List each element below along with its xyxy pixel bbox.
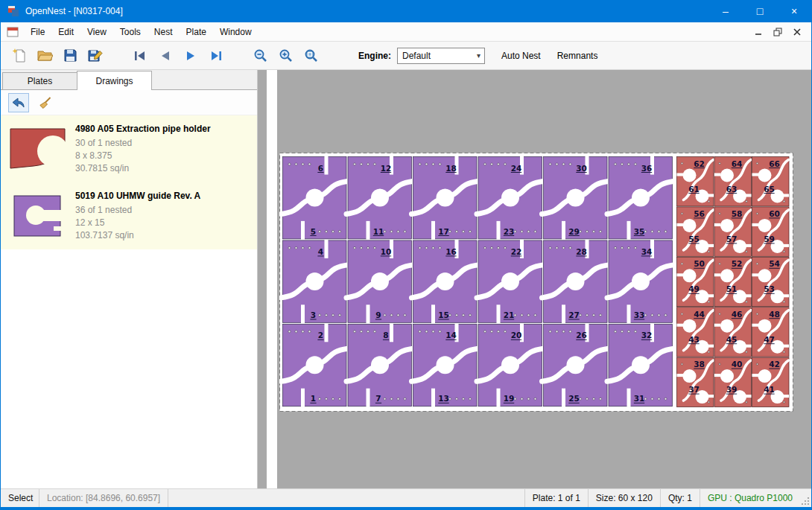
nested-pair-uhmw-guide[interactable]: 1413: [412, 323, 478, 407]
tab-plates[interactable]: Plates: [2, 72, 77, 89]
nested-pair-uhmw-guide[interactable]: 3635: [607, 156, 673, 240]
title-bar[interactable]: OpenNest - [N0317-004] – □ ×: [1, 0, 811, 22]
nest-part-number: 37: [688, 385, 700, 394]
nest-plate-svg[interactable]: 6512111817242330293635431091615222128273…: [279, 153, 793, 412]
drawing-item[interactable]: 5019 A10 UHMW guide Rev. A 36 of 1 neste…: [1, 182, 257, 249]
clean-broom-button[interactable]: [35, 93, 56, 112]
nested-pair-uhmw-guide[interactable]: 109: [346, 240, 413, 323]
nest-part-number: 5: [311, 227, 316, 236]
menu-item-edit[interactable]: Edit: [51, 24, 80, 40]
nest-part-number: 27: [568, 310, 580, 319]
save-as-icon[interactable]: [83, 45, 108, 67]
nest-part-number: 13: [438, 394, 449, 403]
nested-pair-pipe-holder[interactable]: 6665: [752, 157, 790, 206]
import-arrow-button[interactable]: [8, 93, 29, 112]
nav-last-icon[interactable]: [203, 45, 229, 67]
menu-item-file[interactable]: File: [24, 24, 51, 40]
zoom-fit-icon[interactable]: [299, 45, 324, 67]
panel-splitter[interactable]: [267, 70, 277, 488]
nest-part-number: 66: [769, 159, 780, 168]
nested-pair-uhmw-guide[interactable]: 87: [346, 323, 413, 407]
nest-part-number: 11: [373, 227, 384, 236]
nested-pair-uhmw-guide[interactable]: 2625: [542, 323, 609, 407]
mdi-restore-icon[interactable]: [770, 25, 786, 39]
nest-part-number: 14: [445, 331, 457, 340]
nested-pair-uhmw-guide[interactable]: 2827: [542, 240, 609, 323]
nested-pair-uhmw-guide[interactable]: 2423: [477, 156, 543, 240]
nested-pair-uhmw-guide[interactable]: 1615: [412, 240, 478, 323]
menu-item-view[interactable]: View: [80, 24, 113, 40]
nested-pair-uhmw-guide[interactable]: 43: [282, 240, 348, 323]
nested-pair-pipe-holder[interactable]: 4039: [714, 357, 752, 407]
nested-pair-pipe-holder[interactable]: 5251: [714, 257, 752, 306]
remnants-button[interactable]: Remnants: [557, 51, 598, 61]
nested-pair-uhmw-guide[interactable]: 2221: [477, 240, 543, 323]
drawing-thumbnail: [1, 194, 75, 238]
drawing-area: 103.7137 sq/in: [75, 229, 200, 242]
nested-pair-uhmw-guide[interactable]: 1817: [412, 156, 478, 240]
menu-item-nest[interactable]: Nest: [148, 24, 180, 40]
broom-icon: [39, 96, 52, 109]
nest-part-number: 22: [511, 247, 522, 256]
status-gpu: GPU : Quadro P1000: [700, 489, 800, 507]
mdi-close-icon[interactable]: [789, 25, 805, 39]
nested-pair-uhmw-guide[interactable]: 21: [282, 323, 348, 407]
nav-next-icon[interactable]: [178, 45, 203, 67]
nest-part-number: 46: [732, 310, 743, 319]
nest-part-number: 45: [726, 335, 738, 344]
nest-part-number: 28: [576, 247, 587, 256]
nest-part-number: 32: [641, 331, 653, 340]
nest-part-number: 62: [694, 159, 705, 168]
nested-pair-uhmw-guide[interactable]: 1211: [346, 156, 413, 240]
nested-pair-pipe-holder[interactable]: 5049: [677, 257, 714, 306]
nested-pair-pipe-holder[interactable]: 4443: [677, 307, 714, 357]
drawing-item[interactable]: 4980 A05 Extraction pipe holder 30 of 1 …: [1, 115, 257, 182]
nest-part-number: 51: [726, 284, 738, 293]
nav-prev-icon[interactable]: [153, 45, 178, 67]
menu-item-plate[interactable]: Plate: [180, 24, 213, 40]
nest-part-number: 3: [311, 310, 316, 319]
nested-pair-uhmw-guide[interactable]: 3231: [607, 323, 673, 407]
nested-pair-pipe-holder[interactable]: 3837: [677, 357, 714, 407]
nav-first-icon[interactable]: [127, 45, 153, 67]
maximize-button[interactable]: □: [743, 0, 777, 22]
nested-pair-pipe-holder[interactable]: 6059: [752, 207, 790, 256]
nested-pair-uhmw-guide[interactable]: 3029: [542, 156, 609, 240]
status-mode: Select: [1, 489, 39, 507]
nest-part-number: 29: [568, 227, 580, 236]
nested-pair-uhmw-guide[interactable]: 65: [282, 156, 348, 240]
open-folder-icon[interactable]: [32, 45, 57, 67]
nested-pair-pipe-holder[interactable]: 4847: [752, 307, 790, 357]
auto-nest-button[interactable]: Auto Nest: [501, 51, 541, 61]
mdi-minimize-icon[interactable]: [750, 25, 767, 39]
zoom-in-icon[interactable]: [273, 45, 299, 67]
nested-pair-pipe-holder[interactable]: 6463: [714, 157, 752, 206]
nested-pair-pipe-holder[interactable]: 5453: [752, 257, 790, 306]
nested-pair-pipe-holder[interactable]: 4645: [714, 307, 752, 357]
menu-item-tools[interactable]: Tools: [113, 24, 148, 40]
new-file-icon[interactable]: [7, 45, 32, 67]
nested-pair-pipe-holder[interactable]: 6261: [677, 157, 714, 206]
menu-item-window[interactable]: Window: [213, 24, 258, 40]
resize-grip-icon[interactable]: [800, 489, 811, 507]
nest-part-number: 12: [381, 164, 392, 173]
engine-select[interactable]: Default ▾: [397, 48, 485, 64]
extraction-pipe-holder-shape: [8, 127, 68, 171]
nest-part-number: 15: [438, 310, 449, 319]
nested-pair-uhmw-guide[interactable]: 2019: [477, 323, 543, 407]
nested-pair-uhmw-guide[interactable]: 3433: [607, 240, 673, 323]
nest-canvas[interactable]: 6512111817242330293635431091615222128273…: [258, 70, 811, 488]
nested-pair-pipe-holder[interactable]: 5857: [714, 207, 752, 256]
nest-part-number: 38: [694, 360, 705, 369]
drawing-name: 5019 A10 UHMW guide Rev. A: [75, 190, 200, 203]
nested-pair-pipe-holder[interactable]: 5655: [677, 207, 714, 256]
nest-part-number: 36: [641, 164, 653, 173]
zoom-out-icon[interactable]: [248, 45, 273, 67]
tab-drawings[interactable]: Drawings: [77, 71, 152, 90]
close-button[interactable]: ×: [777, 0, 811, 22]
side-panel: Plates Drawings: [1, 70, 258, 488]
main-toolbar: Engine: Default ▾ Auto Nest Remnants: [1, 42, 811, 70]
save-icon[interactable]: [57, 45, 83, 67]
minimize-button[interactable]: –: [708, 0, 743, 22]
nested-pair-pipe-holder[interactable]: 4241: [752, 357, 790, 407]
